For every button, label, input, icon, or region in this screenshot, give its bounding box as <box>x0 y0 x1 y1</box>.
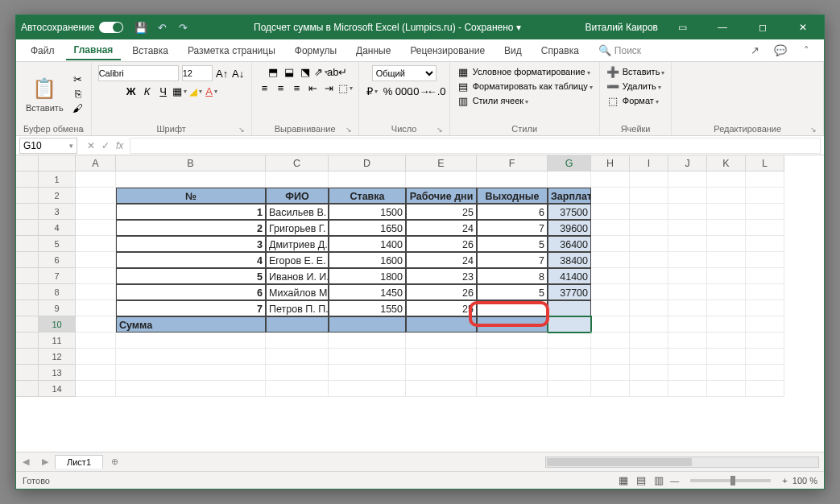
cell-K8[interactable] <box>707 284 746 300</box>
cell-C9[interactable]: Петров П. П. <box>266 300 329 316</box>
align-center-icon[interactable]: ≡ <box>275 81 288 94</box>
cell-E10[interactable] <box>406 316 477 333</box>
col-header-I[interactable]: I <box>630 155 668 171</box>
cell-G8[interactable]: 37700 <box>548 284 591 300</box>
redo-icon[interactable]: ↷ <box>176 21 189 34</box>
cell-H8[interactable] <box>591 284 630 300</box>
tab-home[interactable]: Главная <box>66 41 122 60</box>
cell-B10[interactable]: Сумма <box>116 316 266 333</box>
cell-K11[interactable] <box>707 333 746 349</box>
cell-H12[interactable] <box>591 349 630 365</box>
cell-A1[interactable] <box>76 171 116 188</box>
format-as-table-button[interactable]: ▤Форматировать как таблицу <box>457 80 593 93</box>
cell-D5[interactable]: 1400 <box>329 236 406 252</box>
cell-B4[interactable]: 2 <box>116 220 266 236</box>
cell-I2[interactable] <box>630 188 668 204</box>
cell-K14[interactable] <box>707 381 746 397</box>
cell-F7[interactable]: 8 <box>477 268 548 284</box>
cell-C8[interactable]: Михайлов М. М. <box>266 284 329 300</box>
cell-H4[interactable] <box>591 220 630 236</box>
cell-K2[interactable] <box>707 188 746 204</box>
cell-E3[interactable]: 25 <box>406 204 477 220</box>
cell-L2[interactable] <box>746 188 784 204</box>
cell-L13[interactable] <box>746 365 784 381</box>
cell-G2[interactable]: Зарплата <box>548 188 591 204</box>
cell-C11[interactable] <box>266 333 329 349</box>
cell-D2[interactable]: Ставка <box>329 188 406 204</box>
row-header-2[interactable]: 2 <box>39 188 76 204</box>
cell-C10[interactable] <box>266 316 329 333</box>
col-header-J[interactable]: J <box>668 155 707 171</box>
row-header-6[interactable]: 6 <box>39 252 76 268</box>
cell-B2[interactable]: № <box>116 188 266 204</box>
cell-A6[interactable] <box>76 252 116 268</box>
cell-G6[interactable]: 38400 <box>548 252 591 268</box>
cell-I1[interactable] <box>630 171 668 188</box>
cell-K3[interactable] <box>707 204 746 220</box>
cell-F1[interactable] <box>477 171 548 188</box>
cell-J3[interactable] <box>668 204 707 220</box>
merge-icon[interactable]: ⬚ <box>339 81 352 94</box>
cell-B11[interactable] <box>116 333 266 349</box>
col-header-D[interactable]: D <box>329 155 406 171</box>
cell-H2[interactable] <box>591 188 630 204</box>
cell-F9[interactable] <box>477 300 548 316</box>
cell-A4[interactable] <box>76 220 116 236</box>
cell-E9[interactable]: 25 <box>406 300 477 316</box>
cell-K1[interactable] <box>707 171 746 188</box>
row-header-13[interactable]: 13 <box>39 365 76 381</box>
font-dialog-icon[interactable]: ↘ <box>238 126 245 134</box>
collapse-ribbon-icon[interactable]: ˄ <box>800 44 813 57</box>
cell-H11[interactable] <box>591 333 630 349</box>
cell-G14[interactable] <box>548 381 591 397</box>
align-right-icon[interactable]: ≡ <box>291 81 304 94</box>
cell-J1[interactable] <box>668 171 707 188</box>
copy-icon[interactable]: ⎘ <box>72 88 85 101</box>
name-box[interactable]: G10▾ <box>19 138 77 154</box>
font-color-icon[interactable]: A <box>205 85 218 97</box>
cell-F13[interactable] <box>477 365 548 381</box>
zoom-level[interactable]: 100 % <box>792 476 817 485</box>
cell-I7[interactable] <box>630 268 668 284</box>
row-header-12[interactable]: 12 <box>39 349 76 365</box>
cell-A13[interactable] <box>76 365 116 381</box>
format-painter-icon[interactable]: 🖌 <box>72 102 85 115</box>
tab-formulas[interactable]: Формулы <box>287 42 345 60</box>
cell-E7[interactable]: 23 <box>406 268 477 284</box>
increase-indent-icon[interactable]: ⇥ <box>323 81 336 94</box>
cell-C13[interactable] <box>266 365 329 381</box>
tab-insert[interactable]: Вставка <box>124 42 176 60</box>
col-header-B[interactable]: B <box>116 155 266 171</box>
cell-J8[interactable] <box>668 284 707 300</box>
cell-H6[interactable] <box>591 252 630 268</box>
cell-B8[interactable]: 6 <box>116 284 266 300</box>
cell-F8[interactable]: 5 <box>477 284 548 300</box>
bold-icon[interactable]: Ж <box>125 85 138 97</box>
sheet-nav-prev-icon[interactable]: ◀ <box>16 456 35 467</box>
cell-C12[interactable] <box>266 349 329 365</box>
cell-J6[interactable] <box>668 252 707 268</box>
col-header-C[interactable]: C <box>266 155 329 171</box>
cell-F10[interactable] <box>477 316 548 333</box>
decrease-font-icon[interactable]: A↓ <box>232 67 245 80</box>
cancel-formula-icon[interactable]: ✕ <box>87 140 95 151</box>
cell-G9[interactable] <box>548 300 591 316</box>
cell-A3[interactable] <box>76 204 116 220</box>
cell-D7[interactable]: 1800 <box>329 268 406 284</box>
cell-C3[interactable]: Васильев В. В. <box>266 204 329 220</box>
cell-styles-button[interactable]: ▥Стили ячеек <box>457 94 528 107</box>
cell-C7[interactable]: Иванов И. И. <box>266 268 329 284</box>
tab-data[interactable]: Данные <box>348 42 399 60</box>
cell-F11[interactable] <box>477 333 548 349</box>
cell-F3[interactable]: 6 <box>477 204 548 220</box>
cell-G1[interactable] <box>548 171 591 188</box>
formula-input[interactable] <box>130 138 821 154</box>
increase-decimal-icon[interactable]: .0→ <box>414 85 427 97</box>
sheet-nav-next-icon[interactable]: ▶ <box>35 456 55 467</box>
cell-I4[interactable] <box>630 220 668 236</box>
cell-B6[interactable]: 4 <box>116 252 266 268</box>
cell-D8[interactable]: 1450 <box>329 284 406 300</box>
cell-C5[interactable]: Дмитриев Д. Д. <box>266 236 329 252</box>
cell-I13[interactable] <box>630 365 668 381</box>
decrease-decimal-icon[interactable]: ←.0 <box>430 85 443 97</box>
